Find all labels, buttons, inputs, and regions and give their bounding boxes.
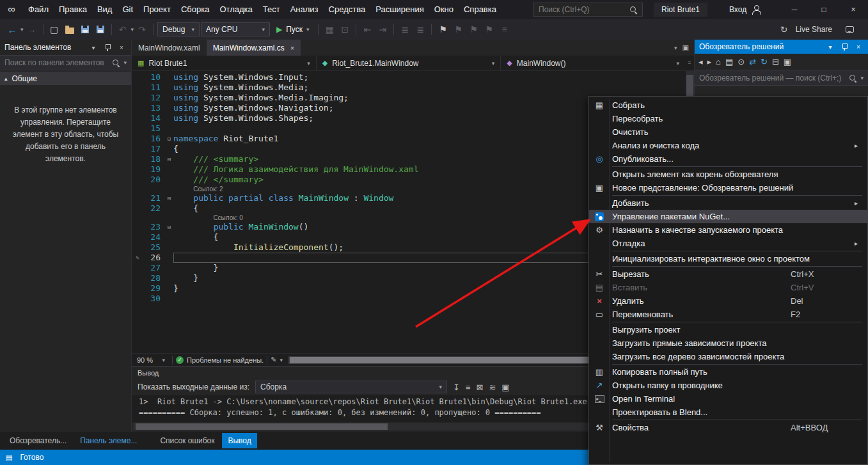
- navigate-back-icon[interactable]: ←: [5, 22, 19, 36]
- scrollbar-thumb[interactable]: [136, 423, 388, 430]
- member-dropdown[interactable]: ◆ MainWindow() ▾: [501, 56, 685, 70]
- breakpoint-margin[interactable]: [132, 123, 143, 134]
- platform-dropdown[interactable]: Any CPU ▾: [201, 22, 270, 36]
- more-commands-icon[interactable]: ≡: [497, 22, 511, 36]
- menubar-item[interactable]: Тест: [258, 4, 285, 14]
- menubar-item[interactable]: Средства: [324, 4, 371, 14]
- breakpoint-margin[interactable]: [132, 134, 143, 144]
- undo-icon[interactable]: ↶: [116, 22, 130, 36]
- breakpoint-margin[interactable]: [132, 154, 143, 164]
- bookmark-icon[interactable]: ⚑: [436, 22, 450, 36]
- toolbox-group-general[interactable]: ▴ Общие: [0, 72, 131, 85]
- panel-tab-toolbox[interactable]: Панель элеме...: [74, 433, 143, 448]
- background-tasks-icon[interactable]: ▤: [6, 453, 12, 462]
- forward-icon[interactable]: ▸: [707, 57, 712, 67]
- menubar-item[interactable]: Сборка: [176, 4, 215, 14]
- output-source-dropdown[interactable]: Сборка ▾: [255, 381, 447, 393]
- close-icon[interactable]: ×: [853, 43, 864, 51]
- redo-icon[interactable]: ↷: [135, 22, 149, 36]
- close-icon[interactable]: ×: [116, 44, 127, 51]
- configuration-dropdown[interactable]: Debug ▾: [157, 22, 200, 36]
- minimize-button[interactable]: ─: [780, 0, 809, 19]
- window-layout-icon[interactable]: ▣: [683, 43, 689, 52]
- pin-icon[interactable]: [839, 43, 849, 51]
- toolbox-search-input[interactable]: Поиск по панели элементов ▾: [0, 55, 131, 70]
- clear-output-icon[interactable]: ⊠: [476, 382, 483, 392]
- menubar-item[interactable]: Вид: [92, 4, 118, 14]
- tab-mainwindow-xaml-cs[interactable]: MainWindow.xaml.cs ×: [207, 40, 301, 56]
- new-file-icon[interactable]: ▢: [47, 22, 61, 36]
- maximize-button[interactable]: □: [809, 0, 839, 19]
- switch-views-icon[interactable]: ▤: [725, 57, 733, 67]
- context-menu-item-open-explorer[interactable]: ↗Открыть папку в проводнике: [589, 379, 867, 392]
- navigate-forward-icon[interactable]: →: [25, 22, 39, 36]
- breakpoint-margin[interactable]: [132, 175, 143, 185]
- find-in-files-icon[interactable]: ≣: [398, 22, 412, 36]
- chevron-down-icon[interactable]: ▾: [825, 43, 835, 51]
- context-menu-item-rebuild[interactable]: Пересобрать: [589, 112, 867, 125]
- tab-mainwindow-xaml[interactable]: MainWindow.xaml: [132, 40, 207, 56]
- context-menu-item-clean[interactable]: Очистить: [589, 125, 867, 139]
- context-menu-item-publish[interactable]: ◎Опубликовать...: [589, 152, 867, 166]
- context-menu-item-open-terminal[interactable]: Open in Terminal: [589, 392, 867, 406]
- context-menu-item-build[interactable]: ▦Собрать: [589, 99, 867, 112]
- solution-search-input[interactable]: Обозреватель решений — поиск (Ctrl+;) ▾: [695, 70, 868, 86]
- pin-icon[interactable]: [102, 43, 113, 52]
- pending-changes-icon[interactable]: ⊙: [738, 57, 745, 67]
- panel-tab-server-explorer[interactable]: Обозреватель...: [4, 433, 72, 448]
- next-bookmark-icon[interactable]: ⚑: [466, 22, 480, 36]
- breakpoint-margin[interactable]: [132, 93, 143, 103]
- home-icon[interactable]: ⌂: [716, 57, 721, 67]
- context-menu-item-new-view[interactable]: ▣Новое представление: Обозреватель решен…: [589, 181, 867, 194]
- menubar-item[interactable]: Файл: [23, 4, 54, 14]
- breakpoint-margin[interactable]: [132, 283, 143, 294]
- context-menu-item-add[interactable]: Добавить▸: [589, 196, 867, 210]
- menubar-item[interactable]: Расширения: [370, 4, 429, 14]
- open-file-icon[interactable]: [63, 22, 77, 36]
- context-menu-item-scope-to-root[interactable]: Открыть элемент как корень обозревателя: [589, 168, 867, 181]
- breakpoint-margin[interactable]: [132, 103, 143, 113]
- context-menu-item-paste[interactable]: ▤ВставитьCtrl+V: [589, 281, 867, 294]
- fold-collapse-icon[interactable]: ⊟: [165, 154, 173, 164]
- snapshot-icon[interactable]: ⊡: [338, 22, 352, 36]
- collapse-all-icon[interactable]: ⊟: [772, 57, 779, 67]
- problems-status[interactable]: Проблемы не найдены.: [187, 356, 264, 364]
- refresh-icon[interactable]: ↻: [761, 57, 768, 67]
- word-wrap-icon[interactable]: ≋: [489, 382, 496, 392]
- zoom-dropdown[interactable]: 90 % ▾: [133, 356, 169, 364]
- type-dropdown[interactable]: ◆ Riot_Brute1.MainWindow ▾: [317, 56, 501, 70]
- context-menu-item-debug[interactable]: Отладка▸: [589, 237, 867, 250]
- chevron-down-icon[interactable]: ▾: [88, 44, 99, 51]
- context-menu-item-reload-tree[interactable]: Загрузить все дерево зависимостей проект…: [589, 350, 867, 363]
- sign-in-button[interactable]: Вход: [729, 0, 761, 19]
- context-menu-item-copy-path[interactable]: ▥Копировать полный путь: [589, 365, 867, 379]
- menubar-item[interactable]: Справка: [459, 4, 501, 14]
- back-icon[interactable]: ◂: [698, 57, 703, 67]
- breakpoint-margin[interactable]: [132, 294, 143, 304]
- breakpoint-margin[interactable]: [132, 222, 143, 232]
- prev-bookmark-icon[interactable]: ⚑: [451, 22, 465, 36]
- quick-search[interactable]: Поиск (Ctrl+Q): [533, 3, 643, 17]
- breakpoint-margin[interactable]: [132, 232, 143, 242]
- message-list-icon[interactable]: ≡: [466, 382, 471, 392]
- chevron-down-icon[interactable]: ▾: [280, 357, 283, 363]
- breakpoint-margin[interactable]: [132, 193, 143, 203]
- menubar-item[interactable]: Правка: [54, 4, 92, 14]
- jump-to-message-icon[interactable]: ↧: [453, 382, 460, 392]
- menubar-item[interactable]: Анализ: [285, 4, 324, 14]
- fold-collapse-icon[interactable]: ⊟: [165, 193, 173, 203]
- chevron-down-icon[interactable]: ▾: [131, 26, 134, 33]
- line-marker-icon[interactable]: ✎: [132, 253, 143, 263]
- toggle-panel-icon[interactable]: ▣: [501, 382, 509, 392]
- panel-tab-output[interactable]: Вывод: [222, 433, 256, 448]
- fold-collapse-icon[interactable]: ⊟: [165, 134, 173, 144]
- code-line[interactable]: 11using System.Windows.Media;: [132, 83, 694, 93]
- split-window-button[interactable]: ≡: [685, 56, 694, 70]
- context-menu-item-manage-nuget[interactable]: Управление пакетами NuGet...: [589, 210, 867, 223]
- sync-with-active-icon[interactable]: ⇄: [749, 57, 756, 67]
- menubar-item[interactable]: Отладка: [214, 4, 257, 14]
- context-menu-item-reload-direct[interactable]: Загрузить прямые зависимости проекта: [589, 336, 867, 350]
- menubar-item[interactable]: Git: [117, 4, 138, 14]
- panel-tab-error-list[interactable]: Список ошибок: [154, 433, 220, 448]
- step-over-icon[interactable]: ⇥: [375, 22, 390, 36]
